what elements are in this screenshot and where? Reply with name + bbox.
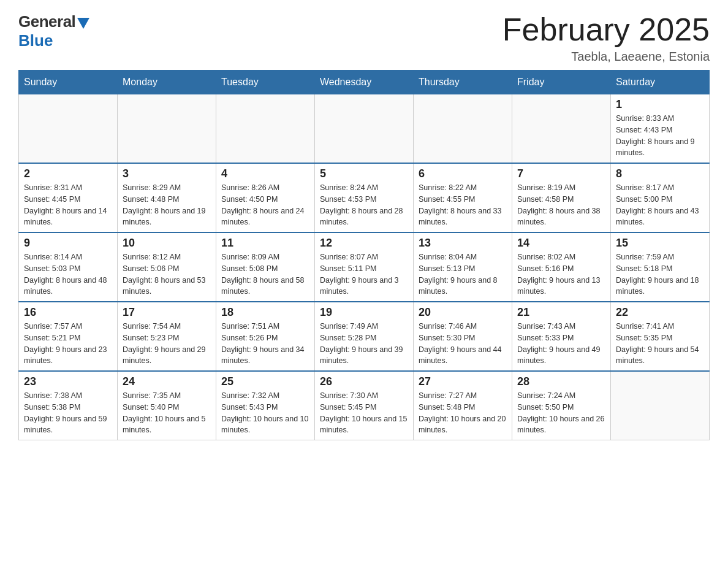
day-number: 28 — [517, 375, 605, 388]
day-number: 23 — [24, 375, 112, 388]
calendar-cell: 25Sunrise: 7:32 AMSunset: 5:43 PMDayligh… — [216, 371, 315, 440]
calendar-cell: 13Sunrise: 8:04 AMSunset: 5:13 PMDayligh… — [414, 232, 512, 302]
day-number: 6 — [419, 167, 507, 180]
weekday-header-tuesday: Tuesday — [216, 71, 315, 94]
calendar-week-row: 2Sunrise: 8:31 AMSunset: 4:45 PMDaylight… — [19, 163, 710, 232]
calendar-cell — [315, 94, 414, 164]
day-info: Sunrise: 8:29 AMSunset: 4:48 PMDaylight:… — [123, 182, 211, 228]
calendar-table: SundayMondayTuesdayWednesdayThursdayFrid… — [18, 70, 710, 440]
day-number: 5 — [320, 167, 408, 180]
day-number: 3 — [123, 167, 211, 180]
day-info: Sunrise: 8:26 AMSunset: 4:50 PMDaylight:… — [221, 182, 309, 228]
calendar-cell: 1Sunrise: 8:33 AMSunset: 4:43 PMDaylight… — [611, 94, 710, 164]
calendar-cell — [512, 94, 611, 164]
calendar-cell: 14Sunrise: 8:02 AMSunset: 5:16 PMDayligh… — [512, 232, 611, 302]
day-number: 16 — [24, 306, 112, 319]
calendar-cell — [19, 94, 118, 164]
calendar-cell: 17Sunrise: 7:54 AMSunset: 5:23 PMDayligh… — [118, 302, 216, 371]
calendar-cell: 3Sunrise: 8:29 AMSunset: 4:48 PMDaylight… — [118, 163, 216, 232]
day-number: 7 — [517, 167, 605, 180]
day-number: 27 — [419, 375, 507, 388]
day-info: Sunrise: 8:33 AMSunset: 4:43 PMDaylight:… — [616, 113, 704, 159]
calendar-week-row: 16Sunrise: 7:57 AMSunset: 5:21 PMDayligh… — [19, 302, 710, 371]
day-info: Sunrise: 8:12 AMSunset: 5:06 PMDaylight:… — [123, 251, 211, 297]
day-info: Sunrise: 7:30 AMSunset: 5:45 PMDaylight:… — [320, 390, 408, 436]
day-number: 25 — [221, 375, 309, 388]
weekday-header-monday: Monday — [118, 71, 216, 94]
day-info: Sunrise: 8:24 AMSunset: 4:53 PMDaylight:… — [320, 182, 408, 228]
day-info: Sunrise: 7:24 AMSunset: 5:50 PMDaylight:… — [517, 390, 605, 436]
calendar-header-row: SundayMondayTuesdayWednesdayThursdayFrid… — [19, 71, 710, 94]
weekday-header-sunday: Sunday — [19, 71, 118, 94]
calendar-cell: 12Sunrise: 8:07 AMSunset: 5:11 PMDayligh… — [315, 232, 414, 302]
calendar-cell: 10Sunrise: 8:12 AMSunset: 5:06 PMDayligh… — [118, 232, 216, 302]
calendar-cell: 24Sunrise: 7:35 AMSunset: 5:40 PMDayligh… — [118, 371, 216, 440]
title-section: February 2025 Taebla, Laeaene, Estonia — [502, 12, 710, 64]
calendar-week-row: 23Sunrise: 7:38 AMSunset: 5:38 PMDayligh… — [19, 371, 710, 440]
day-info: Sunrise: 7:49 AMSunset: 5:28 PMDaylight:… — [320, 321, 408, 367]
calendar-week-row: 9Sunrise: 8:14 AMSunset: 5:03 PMDaylight… — [19, 232, 710, 302]
day-number: 22 — [616, 306, 704, 319]
day-info: Sunrise: 7:51 AMSunset: 5:26 PMDaylight:… — [221, 321, 309, 367]
day-number: 21 — [517, 306, 605, 319]
day-info: Sunrise: 8:19 AMSunset: 4:58 PMDaylight:… — [517, 182, 605, 228]
calendar-cell: 27Sunrise: 7:27 AMSunset: 5:48 PMDayligh… — [414, 371, 512, 440]
day-number: 20 — [419, 306, 507, 319]
calendar-cell: 20Sunrise: 7:46 AMSunset: 5:30 PMDayligh… — [414, 302, 512, 371]
calendar-cell: 9Sunrise: 8:14 AMSunset: 5:03 PMDaylight… — [19, 232, 118, 302]
calendar-cell: 15Sunrise: 7:59 AMSunset: 5:18 PMDayligh… — [611, 232, 710, 302]
calendar-cell: 26Sunrise: 7:30 AMSunset: 5:45 PMDayligh… — [315, 371, 414, 440]
weekday-header-saturday: Saturday — [611, 71, 710, 94]
calendar-cell: 2Sunrise: 8:31 AMSunset: 4:45 PMDaylight… — [19, 163, 118, 232]
day-number: 9 — [24, 237, 112, 250]
day-info: Sunrise: 8:22 AMSunset: 4:55 PMDaylight:… — [419, 182, 507, 228]
day-info: Sunrise: 7:43 AMSunset: 5:33 PMDaylight:… — [517, 321, 605, 367]
day-info: Sunrise: 8:07 AMSunset: 5:11 PMDaylight:… — [320, 251, 408, 297]
weekday-header-friday: Friday — [512, 71, 611, 94]
calendar-cell: 8Sunrise: 8:17 AMSunset: 5:00 PMDaylight… — [611, 163, 710, 232]
day-info: Sunrise: 8:04 AMSunset: 5:13 PMDaylight:… — [419, 251, 507, 297]
calendar-cell — [118, 94, 216, 164]
day-number: 11 — [221, 237, 309, 250]
day-info: Sunrise: 7:54 AMSunset: 5:23 PMDaylight:… — [123, 321, 211, 367]
day-number: 19 — [320, 306, 408, 319]
day-info: Sunrise: 8:09 AMSunset: 5:08 PMDaylight:… — [221, 251, 309, 297]
day-info: Sunrise: 7:32 AMSunset: 5:43 PMDaylight:… — [221, 390, 309, 436]
calendar-cell: 21Sunrise: 7:43 AMSunset: 5:33 PMDayligh… — [512, 302, 611, 371]
month-title: February 2025 — [502, 12, 710, 47]
logo-blue-text: Blue — [18, 31, 53, 50]
day-number: 18 — [221, 306, 309, 319]
day-info: Sunrise: 8:17 AMSunset: 5:00 PMDaylight:… — [616, 182, 704, 228]
day-info: Sunrise: 8:14 AMSunset: 5:03 PMDaylight:… — [24, 251, 112, 297]
day-info: Sunrise: 7:41 AMSunset: 5:35 PMDaylight:… — [616, 321, 704, 367]
day-number: 8 — [616, 167, 704, 180]
calendar-cell: 6Sunrise: 8:22 AMSunset: 4:55 PMDaylight… — [414, 163, 512, 232]
page-header: General Blue February 2025 Taebla, Laeae… — [18, 12, 710, 64]
location-title: Taebla, Laeaene, Estonia — [502, 50, 710, 64]
calendar-cell — [216, 94, 315, 164]
calendar-week-row: 1Sunrise: 8:33 AMSunset: 4:43 PMDaylight… — [19, 94, 710, 164]
logo-general-text: General — [18, 12, 75, 31]
day-info: Sunrise: 7:57 AMSunset: 5:21 PMDaylight:… — [24, 321, 112, 367]
day-number: 14 — [517, 237, 605, 250]
day-number: 26 — [320, 375, 408, 388]
day-number: 12 — [320, 237, 408, 250]
day-number: 2 — [24, 167, 112, 180]
calendar-cell — [414, 94, 512, 164]
calendar-cell: 22Sunrise: 7:41 AMSunset: 5:35 PMDayligh… — [611, 302, 710, 371]
calendar-cell: 18Sunrise: 7:51 AMSunset: 5:26 PMDayligh… — [216, 302, 315, 371]
day-number: 10 — [123, 237, 211, 250]
day-info: Sunrise: 7:38 AMSunset: 5:38 PMDaylight:… — [24, 390, 112, 436]
day-info: Sunrise: 7:27 AMSunset: 5:48 PMDaylight:… — [419, 390, 507, 436]
day-info: Sunrise: 7:46 AMSunset: 5:30 PMDaylight:… — [419, 321, 507, 367]
day-info: Sunrise: 8:31 AMSunset: 4:45 PMDaylight:… — [24, 182, 112, 228]
calendar-cell: 28Sunrise: 7:24 AMSunset: 5:50 PMDayligh… — [512, 371, 611, 440]
calendar-cell: 19Sunrise: 7:49 AMSunset: 5:28 PMDayligh… — [315, 302, 414, 371]
day-number: 24 — [123, 375, 211, 388]
day-number: 17 — [123, 306, 211, 319]
day-info: Sunrise: 8:02 AMSunset: 5:16 PMDaylight:… — [517, 251, 605, 297]
calendar-cell: 23Sunrise: 7:38 AMSunset: 5:38 PMDayligh… — [19, 371, 118, 440]
day-number: 15 — [616, 237, 704, 250]
weekday-header-thursday: Thursday — [414, 71, 512, 94]
logo-triangle-icon — [77, 18, 89, 29]
